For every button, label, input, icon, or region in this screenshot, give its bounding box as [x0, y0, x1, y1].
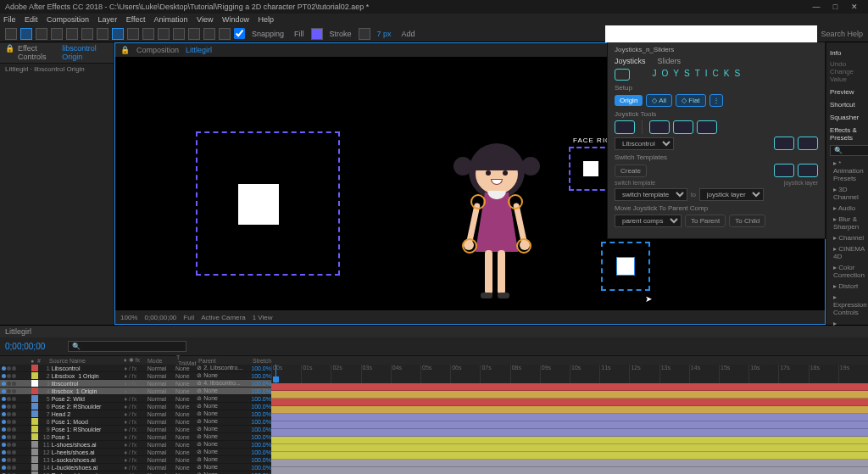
menu-layer[interactable]: Layer — [98, 15, 118, 24]
menu-effect[interactable]: Effect — [126, 15, 146, 24]
tool-icon-3[interactable] — [673, 120, 693, 134]
effect-category[interactable]: ▸ Distort — [830, 281, 865, 292]
close-button[interactable]: ✕ — [846, 0, 863, 14]
layer-bar[interactable] — [271, 444, 868, 452]
puppet-tool-icon[interactable] — [219, 28, 231, 40]
effect-category[interactable]: ▸ CINEMA 4D — [830, 243, 865, 262]
help-search-input[interactable] — [605, 25, 817, 42]
clone-tool-icon[interactable] — [173, 28, 185, 40]
layer-row[interactable]: 7Head 2♦ / fxNormalNone⊘ None100.0% — [0, 410, 271, 418]
layer-bar[interactable] — [271, 452, 868, 460]
effect-category[interactable]: ▸ Blur & Sharpen — [830, 214, 865, 232]
timeline-search[interactable] — [68, 341, 186, 352]
composition-name[interactable]: Littlegirl — [186, 46, 212, 54]
layer-row[interactable]: 5Pose 2: Wild♦ / fxNormalNone⊘ None100.0… — [0, 395, 271, 403]
lock-icon[interactable]: 🔒 — [120, 46, 130, 54]
switch-icon-2[interactable] — [798, 164, 818, 177]
lock-icon[interactable]: 🔒 — [5, 44, 14, 61]
camera-dropdown[interactable]: Active Camera — [201, 314, 245, 321]
text-tool-icon[interactable] — [142, 28, 154, 40]
layer-bar[interactable] — [271, 460, 868, 467]
effect-category[interactable]: ▸ Expression Controls — [830, 292, 865, 318]
hand-control-r[interactable] — [516, 238, 531, 254]
roto-tool-icon[interactable] — [203, 28, 215, 40]
eraser-tool-icon[interactable] — [188, 28, 200, 40]
layer-row[interactable]: 8Pose 1: Mood♦ / fxNormalNone⊘ None100.0… — [0, 418, 271, 426]
layer-list[interactable]: 1Libscontrol♦ / fxNormalNone⊘ 2. Libscon… — [0, 365, 271, 474]
layer-row[interactable]: 3libscontrol♦ / fxNormalNone⊘ 4. libscon… — [0, 380, 271, 388]
brush-tool-icon[interactable] — [158, 28, 170, 40]
layer-row[interactable]: 4libscbox_1 Origin♦ / fxNormalNone⊘ None… — [0, 388, 271, 395]
layer-row[interactable]: 1Libscontrol♦ / fxNormalNone⊘ 2. Libscon… — [0, 365, 271, 372]
hand-control-l[interactable] — [462, 238, 477, 254]
layer-bar[interactable] — [271, 399, 868, 406]
main-joystick-thumb[interactable] — [238, 184, 279, 225]
snapping-checkbox[interactable] — [234, 28, 245, 39]
face-rig-thumb[interactable] — [583, 161, 598, 176]
layer-bar[interactable] — [271, 421, 868, 429]
layer-row[interactable]: 14L-buckle/shoes.ai♦ / fxNormalNone⊘ Non… — [0, 464, 271, 471]
flat-button[interactable]: ◇ Flat — [676, 94, 706, 107]
layer-row[interactable]: 10Pose 1♦ / fxNormalNone⊘ None100.0% — [0, 433, 271, 441]
link-icon-1[interactable] — [774, 137, 794, 150]
menu-animation[interactable]: Animation — [154, 15, 188, 24]
shoulder-control-r[interactable] — [508, 194, 523, 209]
controller-dropdown[interactable]: Libscontrol — [615, 137, 674, 150]
extra-button[interactable]: ⋮ — [709, 94, 723, 107]
layer-row[interactable]: 9Pose 1: RShoulder♦ / fxNormalNone⊘ None… — [0, 426, 271, 433]
preview-panel[interactable]: Preview — [830, 85, 865, 98]
shoulder-control-l[interactable] — [470, 194, 486, 209]
selected-joystick-thumb[interactable] — [617, 258, 634, 275]
tab-joysticks[interactable]: Joysticks — [615, 57, 646, 65]
menu-window[interactable]: Window — [222, 15, 249, 24]
shape-tool-icon[interactable] — [112, 28, 124, 40]
layer-row[interactable]: 13L-socks/shoes.ai♦ / fxNormalNone⊘ None… — [0, 456, 271, 464]
effect-category[interactable]: ▸ Color Correction — [830, 262, 865, 281]
layer-row[interactable]: 6Pose 2: RShoulder♦ / fxNormalNone⊘ None… — [0, 403, 271, 410]
tool-icon-1[interactable] — [615, 120, 635, 134]
time-display[interactable]: 0;00;00;00 — [144, 314, 176, 321]
timecode[interactable]: 0;00;00;00 — [0, 342, 68, 351]
timeline-tracks[interactable]: 00s01s02s03s04s05s06s07s08s09s10s11s12s1… — [271, 365, 868, 474]
camera-tool-icon[interactable] — [81, 28, 93, 40]
menu-file[interactable]: File — [3, 15, 16, 24]
info-panel[interactable]: Info — [830, 46, 865, 59]
switch-template-dropdown[interactable]: switch template — [615, 188, 687, 201]
minimize-button[interactable]: — — [808, 0, 825, 14]
squasher-panel[interactable]: Squasher — [830, 110, 865, 123]
to-child-button[interactable]: To Child — [729, 215, 765, 227]
layer-bar[interactable] — [271, 429, 868, 437]
hand-tool-icon[interactable] — [36, 28, 47, 40]
effects-search[interactable] — [830, 145, 868, 156]
maximize-button[interactable]: □ — [826, 0, 843, 14]
timeline-tab[interactable]: Littlegirl — [0, 326, 868, 337]
parent-comps-dropdown[interactable]: parent comps — [615, 215, 682, 227]
layer-bar[interactable] — [271, 414, 868, 421]
all-button[interactable]: ◇ All — [646, 94, 672, 107]
origin-button[interactable]: Origin — [615, 95, 643, 106]
effect-controls-tab[interactable]: 🔒 Effect Controls libscontrol Origin — [0, 42, 114, 64]
layer-bar[interactable] — [271, 437, 868, 444]
link-icon-2[interactable] — [798, 137, 818, 150]
effect-category[interactable]: ▸ Channel — [830, 232, 865, 243]
views-dropdown[interactable]: 1 View — [253, 314, 273, 321]
to-parent-button[interactable]: To Parent — [685, 215, 726, 227]
zoom-tool-icon[interactable] — [51, 28, 63, 40]
menu-view[interactable]: View — [197, 15, 213, 24]
tool-icon-2[interactable] — [649, 120, 670, 134]
create-button[interactable]: Create — [615, 165, 647, 177]
layer-row[interactable]: 2Libscbox_1 Origin♦ / fxNormalNone⊘ None… — [0, 372, 271, 380]
layer-row[interactable]: 12L-heels/shoes.ai♦ / fxNormalNone⊘ None… — [0, 449, 271, 456]
stroke-px[interactable]: 7 px — [377, 30, 392, 38]
resolution-dropdown[interactable]: Full — [183, 314, 194, 321]
pen-tool-icon[interactable] — [127, 28, 139, 40]
layer-bar[interactable] — [271, 383, 868, 391]
tab-sliders[interactable]: Sliders — [658, 57, 682, 65]
tool-icon-4[interactable] — [697, 120, 717, 134]
home-icon[interactable] — [5, 28, 17, 40]
menu-edit[interactable]: Edit — [25, 15, 38, 24]
zoom-control[interactable]: 100% — [120, 314, 137, 321]
effect-category[interactable]: ▸ 3D Channel — [830, 184, 865, 203]
switch-icon-1[interactable] — [774, 164, 794, 177]
anchor-tool-icon[interactable] — [97, 28, 108, 40]
